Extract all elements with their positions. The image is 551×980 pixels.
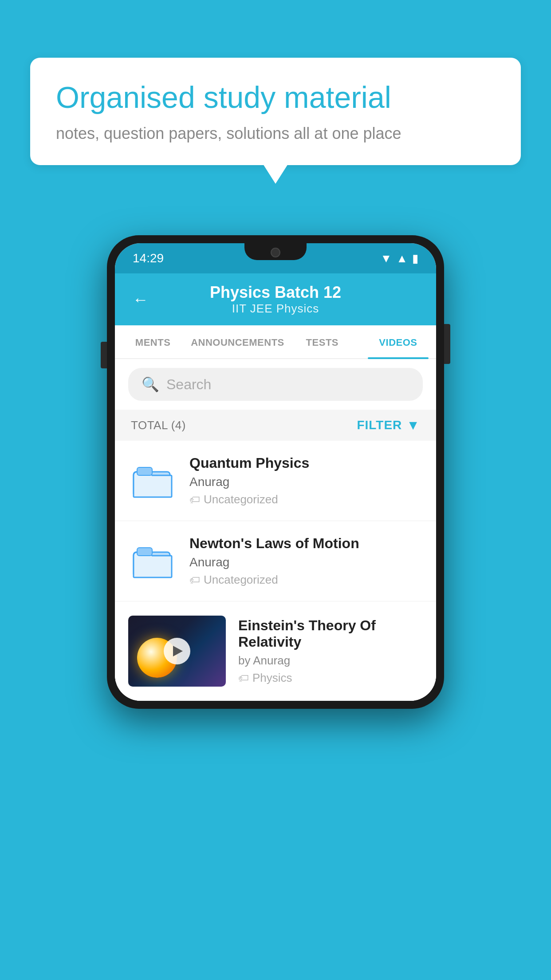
folder-thumbnail [128, 461, 177, 501]
video-tag: 🏷 Uncategorized [189, 573, 423, 587]
phone-outer: 14:29 ▼ ▲ ▮ ← Physics Batch 12 IIT JEE P… [107, 235, 444, 709]
camera-notch [271, 248, 280, 257]
search-container: 🔍 Search [115, 359, 436, 410]
svg-rect-1 [137, 467, 152, 475]
phone-inner: 14:29 ▼ ▲ ▮ ← Physics Batch 12 IIT JEE P… [115, 243, 436, 701]
speech-bubble: Organised study material notes, question… [30, 58, 521, 165]
signal-icon: ▲ [396, 252, 408, 265]
filter-row: TOTAL (4) FILTER ▼ [115, 410, 436, 441]
play-button[interactable] [164, 638, 190, 664]
battery-icon: ▮ [412, 252, 418, 265]
app-header: ← Physics Batch 12 IIT JEE Physics [115, 273, 436, 325]
video-author: by Anurag [238, 654, 423, 668]
tab-videos[interactable]: VIDEOS [360, 325, 436, 358]
header-title-block: Physics Batch 12 IIT JEE Physics [157, 283, 394, 316]
status-bar: 14:29 ▼ ▲ ▮ [115, 243, 436, 273]
back-button[interactable]: ← [133, 290, 149, 309]
search-icon: 🔍 [142, 376, 159, 393]
tabs-bar: MENTS ANNOUNCEMENTS TESTS VIDEOS [115, 325, 436, 359]
folder-icon [133, 543, 173, 579]
video-title: Quantum Physics [189, 455, 423, 471]
bubble-title: Organised study material [56, 80, 495, 115]
tab-ments[interactable]: MENTS [115, 325, 191, 358]
play-icon [173, 646, 183, 656]
speech-bubble-container: Organised study material notes, question… [30, 58, 521, 165]
folder-thumbnail [128, 541, 177, 581]
list-item[interactable]: Einstein's Theory Of Relativity by Anura… [115, 601, 436, 701]
video-list: Quantum Physics Anurag 🏷 Uncategorized [115, 441, 436, 701]
video-info: Newton's Laws of Motion Anurag 🏷 Uncateg… [189, 535, 423, 587]
tab-announcements[interactable]: ANNOUNCEMENTS [191, 325, 284, 358]
header-subtitle: IIT JEE Physics [157, 302, 394, 316]
video-tag: 🏷 Uncategorized [189, 493, 423, 506]
tag-icon: 🏷 [189, 494, 200, 506]
video-author: Anurag [189, 555, 423, 569]
status-icons: ▼ ▲ ▮ [381, 252, 418, 265]
video-thumbnail [128, 616, 226, 687]
status-time: 14:29 [133, 251, 164, 265]
video-author: Anurag [189, 475, 423, 489]
phone-mockup: 14:29 ▼ ▲ ▮ ← Physics Batch 12 IIT JEE P… [107, 235, 444, 709]
video-info: Einstein's Theory Of Relativity by Anura… [238, 616, 423, 685]
video-tag: 🏷 Physics [238, 671, 423, 685]
list-item[interactable]: Newton's Laws of Motion Anurag 🏷 Uncateg… [115, 521, 436, 601]
tab-tests[interactable]: TESTS [284, 325, 360, 358]
video-info: Quantum Physics Anurag 🏷 Uncategorized [189, 455, 423, 506]
bubble-subtitle: notes, question papers, solutions all at… [56, 124, 495, 143]
tag-icon: 🏷 [189, 574, 200, 586]
video-title: Einstein's Theory Of Relativity [238, 617, 423, 650]
list-item[interactable]: Quantum Physics Anurag 🏷 Uncategorized [115, 441, 436, 521]
folder-icon [133, 463, 173, 498]
wifi-icon: ▼ [381, 252, 392, 265]
search-input[interactable]: Search [166, 376, 211, 393]
video-title: Newton's Laws of Motion [189, 535, 423, 552]
header-title: Physics Batch 12 [157, 283, 394, 302]
filter-icon: ▼ [406, 418, 420, 433]
tag-icon: 🏷 [238, 672, 249, 684]
filter-button[interactable]: FILTER ▼ [357, 418, 420, 433]
svg-rect-3 [137, 548, 152, 556]
filter-label: FILTER [357, 418, 402, 432]
notch [244, 243, 307, 260]
total-count: TOTAL (4) [131, 419, 186, 432]
search-bar[interactable]: 🔍 Search [128, 368, 423, 401]
